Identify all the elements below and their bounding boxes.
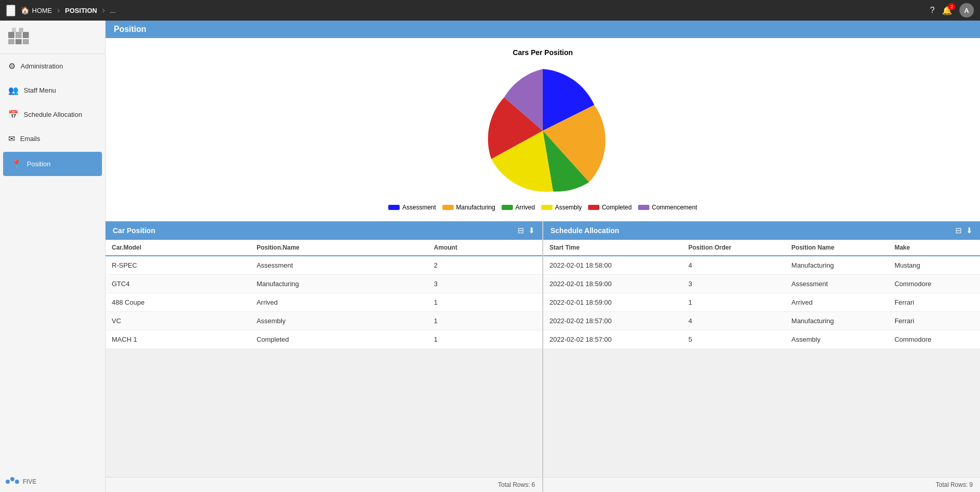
hamburger-button[interactable]: ☰ — [6, 5, 15, 16]
car-model-cell: MACH 1 — [106, 330, 250, 349]
position-order-cell: 1 — [682, 293, 785, 312]
car-position-actions: ⊟ ⬇ — [518, 226, 535, 235]
schedule-allocation-icon: 📅 — [8, 110, 19, 119]
position-order-cell: 4 — [682, 256, 785, 275]
svg-rect-0 — [8, 32, 14, 38]
start-time-cell: 2022-02-01 18:58:00 — [543, 256, 682, 275]
svg-rect-5 — [23, 39, 29, 44]
home-label: HOME — [32, 7, 52, 14]
col-position-order: Position Order — [682, 240, 785, 256]
table-row: GTC4 Manufacturing 3 — [106, 275, 542, 293]
amount-cell: 2 — [428, 256, 542, 275]
position-name-cell: Assembly — [250, 312, 427, 330]
tables-section: Car Position ⊟ ⬇ Car.Model Position.Name… — [106, 221, 980, 492]
car-model-cell: GTC4 — [106, 275, 250, 293]
position-order-cell: 5 — [682, 330, 785, 349]
legend-color-manufacturing — [442, 205, 454, 210]
legend-color-assessment — [388, 205, 400, 210]
amount-cell: 1 — [428, 293, 542, 312]
position-name-cell: Assessment — [250, 256, 427, 275]
sidebar-label-emails: Emails — [20, 135, 40, 143]
schedule-allocation-table-content[interactable]: Start Time Position Order Position Name … — [543, 240, 980, 477]
chart-legend: Assessment Manufacturing Arrived Assembl… — [388, 204, 697, 211]
position-name-cell: Arrived — [250, 293, 427, 312]
home-icon: 🏠 — [21, 6, 29, 14]
position-name-cell: Assessment — [785, 275, 888, 293]
amount-cell: 1 — [428, 312, 542, 330]
pie-chart — [476, 64, 610, 198]
position-icon: 📍 — [11, 159, 22, 169]
car-model-cell: 488 Coupe — [106, 293, 250, 312]
page-header: Position — [106, 21, 980, 38]
svg-point-8 — [6, 480, 10, 484]
legend-label-assembly: Assembly — [555, 204, 582, 211]
amount-cell: 3 — [428, 275, 542, 293]
position-name-cell: Manufacturing — [785, 256, 888, 275]
sidebar-footer-label: FIVE — [23, 478, 37, 485]
help-button[interactable]: ? — [930, 6, 935, 15]
start-time-cell: 2022-02-02 18:57:00 — [543, 330, 682, 349]
schedule-allocation-filter-button[interactable]: ⊟ — [955, 226, 962, 235]
legend-color-commencement — [638, 205, 649, 210]
car-position-filter-button[interactable]: ⊟ — [518, 226, 524, 235]
schedule-allocation-table: Start Time Position Order Position Name … — [543, 240, 980, 349]
chart-area: Cars Per Position Assessment — [106, 38, 980, 221]
five-logo-icon — [5, 477, 20, 487]
svg-point-9 — [10, 477, 14, 481]
col-start-time: Start Time — [543, 240, 682, 256]
table-row: R-SPEC Assessment 2 — [106, 256, 542, 275]
sidebar-label-administration: Administration — [21, 62, 63, 70]
sidebar-item-schedule-allocation[interactable]: 📅 Schedule Allocation — [0, 102, 105, 127]
car-model-cell: R-SPEC — [106, 256, 250, 275]
col-position-name: Position.Name — [250, 240, 427, 256]
table-row: 2022-02-01 18:59:00 1 Arrived Ferrari — [543, 293, 980, 312]
schedule-allocation-header: Schedule Allocation ⊟ ⬇ — [543, 221, 980, 240]
svg-rect-1 — [15, 32, 22, 38]
page-title: Position — [114, 25, 146, 33]
schedule-allocation-download-button[interactable]: ⬇ — [966, 226, 973, 235]
car-position-download-button[interactable]: ⬇ — [528, 226, 535, 235]
main-content: Position Cars Per Position — [106, 21, 980, 492]
car-position-header: Car Position ⊟ ⬇ — [106, 221, 542, 240]
sidebar-item-emails[interactable]: ✉ Emails — [0, 127, 105, 151]
amount-cell: 1 — [428, 330, 542, 349]
legend-color-completed — [588, 205, 599, 210]
legend-label-assessment: Assessment — [402, 204, 436, 211]
breadcrumb-position: POSITION — [65, 7, 97, 14]
home-button[interactable]: 🏠 HOME — [21, 6, 52, 14]
start-time-cell: 2022-02-01 18:59:00 — [543, 293, 682, 312]
position-name-cell: Assembly — [785, 330, 888, 349]
position-name-cell: Completed — [250, 330, 427, 349]
table-row: 488 Coupe Arrived 1 — [106, 293, 542, 312]
start-time-cell: 2022-02-01 18:59:00 — [543, 275, 682, 293]
car-position-table: Car.Model Position.Name Amount R-SPEC As… — [106, 240, 542, 349]
breadcrumb-dots[interactable]: ... — [110, 7, 116, 14]
sidebar-logo — [0, 21, 105, 54]
legend-completed: Completed — [588, 204, 632, 211]
position-name-cell: Manufacturing — [250, 275, 427, 293]
top-nav: ☰ 🏠 HOME › POSITION › ... ? 🔔 2 A — [0, 0, 980, 21]
svg-point-10 — [15, 480, 19, 484]
schedule-allocation-total: Total Rows: 9 — [936, 481, 973, 488]
car-position-footer: Total Rows: 6 — [106, 477, 542, 492]
sidebar-item-position[interactable]: 📍 Position — [3, 152, 102, 176]
make-cell: Ferrari — [888, 312, 980, 330]
col-make: Make — [888, 240, 980, 256]
notification-button[interactable]: 🔔 2 — [942, 6, 952, 15]
sidebar: ⚙ Administration 👥 Staff Menu 📅 Schedule… — [0, 21, 106, 492]
position-name-cell: Arrived — [785, 293, 888, 312]
legend-assembly: Assembly — [541, 204, 582, 211]
car-position-header-row: Car.Model Position.Name Amount — [106, 240, 542, 256]
make-cell: Commodore — [888, 330, 980, 349]
chart-title: Cars Per Position — [513, 48, 573, 57]
legend-commencement: Commencement — [638, 204, 697, 211]
car-position-panel: Car Position ⊟ ⬇ Car.Model Position.Name… — [106, 221, 543, 492]
sidebar-item-staff-menu[interactable]: 👥 Staff Menu — [0, 78, 105, 102]
breadcrumb-separator-2: › — [102, 6, 105, 15]
table-row: VC Assembly 1 — [106, 312, 542, 330]
svg-rect-6 — [12, 28, 16, 32]
sidebar-item-administration[interactable]: ⚙ Administration — [0, 54, 105, 78]
avatar[interactable]: A — [959, 3, 974, 17]
emails-icon: ✉ — [8, 134, 15, 144]
car-position-table-content[interactable]: Car.Model Position.Name Amount R-SPEC As… — [106, 240, 542, 477]
